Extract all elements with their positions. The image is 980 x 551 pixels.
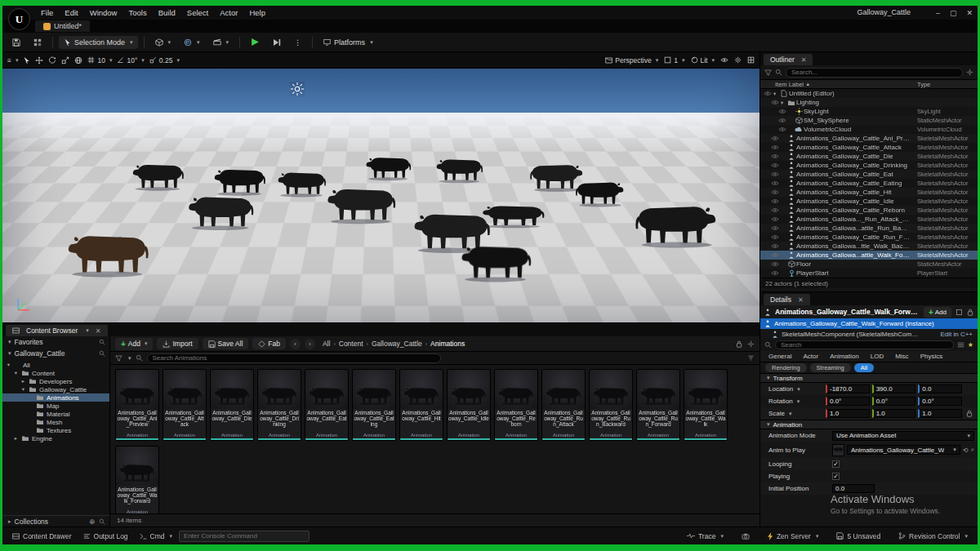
animation-section-header[interactable]: ▾Animation xyxy=(760,420,978,429)
asset-tile[interactable]: Animations_Galloway_Cattle_Walk_ForwardA… xyxy=(115,446,159,513)
visibility-eye-icon[interactable] xyxy=(769,198,781,204)
tree-item-animations[interactable]: Animations xyxy=(2,393,109,402)
visibility-eye-icon[interactable] xyxy=(769,171,781,177)
location-x-field[interactable]: -1870.0 xyxy=(826,384,870,393)
outliner-row[interactable]: Animations_Galloway_Cattle_Ani_PreviewSk… xyxy=(760,134,978,143)
level-viewport[interactable]: ≡▾ 10▾ 10°▾ 0.25▾ Perspective▾ 1▾ Lit▾ xyxy=(2,52,760,322)
tree-item-map[interactable]: Map xyxy=(2,402,109,410)
breadcrumb-item[interactable]: Content xyxy=(339,340,363,348)
transform-label[interactable]: Scale▾ xyxy=(764,410,826,417)
instance-row[interactable]: Animations_Galloway_Cattle_Walk_Forward … xyxy=(760,318,978,329)
zen-server-dropdown[interactable]: Zen Server▾ xyxy=(763,531,824,542)
visibility-eye-icon[interactable] xyxy=(769,189,781,195)
visibility-eye-icon[interactable] xyxy=(769,252,781,258)
viewport-menu-icon[interactable]: ≡▾ xyxy=(7,56,18,64)
expander-icon[interactable]: ▾ xyxy=(781,100,786,106)
menu-tools[interactable]: Tools xyxy=(122,7,152,19)
add-asset-button[interactable]: +Add▾ xyxy=(115,338,153,350)
gear-icon[interactable] xyxy=(747,340,755,348)
grid-snap-dropdown[interactable]: 10▾ xyxy=(87,56,112,64)
asset-tile[interactable]: Animations_Galloway_Cattle_IdleAnimation… xyxy=(447,369,491,441)
filter-chip-all[interactable]: All xyxy=(854,363,874,372)
lit-mode-dropdown[interactable]: Lit▾ xyxy=(691,56,715,64)
move-tool-icon[interactable] xyxy=(35,56,43,64)
filter-chip-streaming[interactable]: Streaming xyxy=(810,363,851,372)
expander-icon[interactable]: ▾ xyxy=(20,386,26,393)
details-search-input[interactable] xyxy=(775,340,954,349)
close-button[interactable]: ✕ xyxy=(966,9,973,17)
asset-tile[interactable]: Animations_Galloway_Cattle_Run_AttackAni… xyxy=(541,369,586,441)
asset-tile[interactable]: Animations_Galloway_Cattle_EatAnimation … xyxy=(305,369,349,441)
expander-icon[interactable]: ▸ xyxy=(13,435,19,442)
menu-build[interactable]: Build xyxy=(153,7,181,19)
browse-modes-icon[interactable] xyxy=(29,36,47,49)
quick-add-dropdown[interactable]: ▾ xyxy=(150,36,176,49)
search-icon[interactable] xyxy=(99,350,105,357)
menu-select[interactable]: Select xyxy=(181,7,214,19)
asset-tile[interactable]: Animations_Galloway_Cattle_AttackAnimati… xyxy=(163,369,207,441)
maximize-viewport-icon[interactable] xyxy=(747,56,755,64)
breadcrumb-item[interactable]: Galloway_Cattle xyxy=(372,340,422,348)
import-button[interactable]: Import xyxy=(157,338,198,349)
blueprints-dropdown[interactable]: ▾ xyxy=(179,36,205,49)
menu-file[interactable]: File xyxy=(35,7,59,19)
favorites-header[interactable]: ▾Favorites xyxy=(2,336,109,348)
visibility-eye-icon[interactable] xyxy=(769,180,781,186)
play-options-kebab[interactable]: ⋮ xyxy=(289,36,306,49)
tree-item-material[interactable]: Material xyxy=(2,410,109,418)
transform-label[interactable]: Rotation▾ xyxy=(764,398,826,405)
rotation-snap-dropdown[interactable]: 10°▾ xyxy=(117,56,144,64)
add-collection-icon[interactable]: ⊕ xyxy=(89,518,95,526)
visibility-eye-icon[interactable] xyxy=(769,207,781,213)
outliner-row[interactable]: Animations_Galloway_Cattle_AttackSkeleta… xyxy=(760,143,978,152)
skip-button[interactable] xyxy=(268,36,286,49)
details-view-options-icon[interactable] xyxy=(957,341,964,349)
details-tab-actor[interactable]: Actor xyxy=(798,352,823,361)
filter-chip-rendering[interactable]: Rendering xyxy=(765,363,807,372)
cattle-actor[interactable] xyxy=(365,153,412,181)
show-flags-icon[interactable] xyxy=(720,57,728,63)
asset-tile[interactable]: Animations_Galloway_Cattle_EatingAnimati… xyxy=(352,369,396,441)
cattle-actor[interactable] xyxy=(131,160,185,191)
screenshot-icon[interactable] xyxy=(737,531,755,541)
cattle-actor[interactable] xyxy=(460,240,533,282)
browse-to-asset-icon[interactable]: ⌕ xyxy=(971,446,974,454)
breadcrumb-item[interactable]: All xyxy=(323,340,330,348)
add-component-button[interactable]: +Add xyxy=(924,307,951,318)
asset-tile[interactable]: Animations_Galloway_Cattle_HitAnimation … xyxy=(399,369,443,441)
visibility-eye-icon[interactable] xyxy=(769,144,781,150)
visibility-eye-icon[interactable] xyxy=(769,261,781,267)
world-space-icon[interactable] xyxy=(74,56,82,64)
expander-icon[interactable]: ▾ xyxy=(6,362,11,368)
viewport-settings-icon[interactable] xyxy=(734,56,742,64)
location-z-field[interactable]: 0.0 xyxy=(918,384,962,393)
rotation-y-field[interactable]: 0.0° xyxy=(872,397,916,406)
perspective-dropdown[interactable]: Perspective▾ xyxy=(605,56,658,64)
search-icon[interactable] xyxy=(99,518,105,525)
visibility-eye-icon[interactable] xyxy=(769,162,781,168)
edit-in-cpp-link[interactable]: Edit in C++ xyxy=(940,331,973,338)
looping-checkbox[interactable]: ✓ xyxy=(832,460,840,468)
visibility-eye-icon[interactable] xyxy=(762,91,773,96)
outliner-row[interactable]: Animations_Galloway_Cattle_HitSkeletalMe… xyxy=(760,188,978,197)
sun-light-widget[interactable] xyxy=(290,82,305,96)
asset-tile[interactable]: Animations_Galloway_Cattle_RebornAnimati… xyxy=(494,369,538,441)
viewport-canvas[interactable] xyxy=(2,69,760,322)
asset-tile[interactable]: Animations_Galloway_Cattle_DrinkingAnima… xyxy=(257,369,301,441)
rotation-z-field[interactable]: 0.0° xyxy=(918,397,962,406)
tree-item-textures[interactable]: Textures xyxy=(2,426,109,434)
asset-tile[interactable]: Animations_Galloway_Cattle_WalkAnimation… xyxy=(684,369,728,441)
console-command-input[interactable] xyxy=(179,531,310,542)
minimize-button[interactable]: – xyxy=(936,9,940,17)
asset-tile[interactable]: Animations_Galloway_Cattle_Run_BackwardA… xyxy=(589,369,633,441)
viewport-layout-dropdown[interactable]: 1▾ xyxy=(664,56,684,64)
scale-snap-dropdown[interactable]: 0.25▾ xyxy=(149,56,180,64)
lock-icon[interactable] xyxy=(967,309,973,316)
scale-x-field[interactable]: 1.0 xyxy=(826,409,870,418)
outliner-row[interactable]: SM_SkySphereStaticMeshActor xyxy=(760,116,978,125)
cattle-actor[interactable] xyxy=(574,178,625,207)
outliner-row[interactable]: SkyLightSkyLight xyxy=(760,107,978,116)
details-tab-animation[interactable]: Animation xyxy=(825,352,864,361)
asset-tile[interactable]: Animations_Galloway_Cattle_Ani_PreviewAn… xyxy=(115,369,159,441)
level-tab[interactable]: Untitled* xyxy=(35,20,90,32)
